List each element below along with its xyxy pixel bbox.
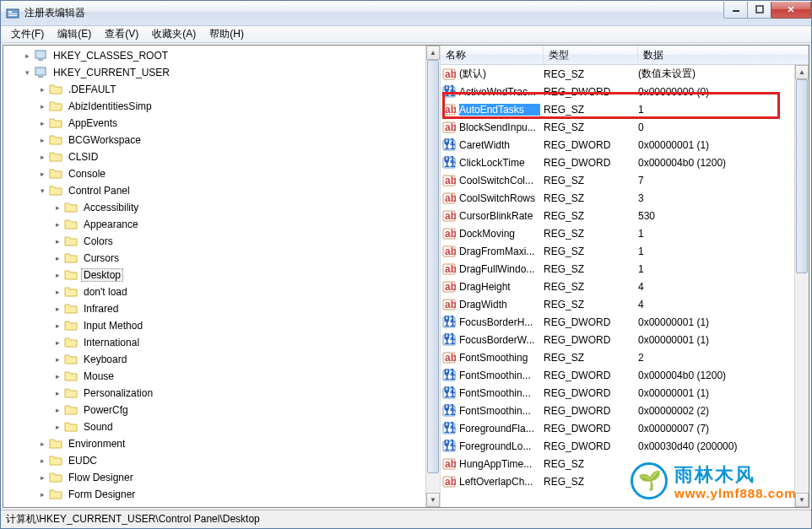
menu-favorites[interactable]: 收藏夹(A): [145, 25, 203, 43]
tree-item[interactable]: ▸International: [5, 334, 440, 351]
expand-toggle-icon[interactable]: ▸: [51, 218, 64, 231]
menu-view[interactable]: 查看(V): [98, 25, 145, 43]
registry-value-row[interactable]: 011110ClickLockTimeREG_DWORD0x000004b0 (…: [441, 154, 809, 171]
expand-toggle-icon[interactable]: ▾: [35, 184, 49, 197]
tree-item[interactable]: ▸AppEvents: [5, 115, 440, 132]
registry-value-row[interactable]: abBlockSendInpu...REG_SZ0: [441, 118, 809, 136]
tree-item[interactable]: ▸Keyboard: [5, 351, 440, 368]
col-data[interactable]: 数据: [638, 46, 809, 64]
tree-item[interactable]: ▸Accessibility: [5, 199, 440, 216]
svg-rect-7: [38, 59, 43, 61]
expand-toggle-icon[interactable]: ▸: [51, 201, 64, 214]
tree-item[interactable]: ▸Flow Designer: [5, 469, 440, 486]
expand-toggle-icon[interactable]: ▸: [51, 420, 64, 434]
list-body[interactable]: ab(默认)REG_SZ(数值未设置)011110ActiveWndTrac..…: [441, 65, 809, 507]
menu-edit[interactable]: 编辑(E): [51, 25, 98, 43]
registry-value-row[interactable]: 011110ForegroundFla...REG_DWORD0x0000000…: [441, 419, 809, 437]
tree-pane[interactable]: ▸HKEY_CLASSES_ROOT▾HKEY_CURRENT_USER▸.DE…: [3, 46, 441, 507]
registry-value-row[interactable]: 011110FocusBorderH...REG_DWORD0x00000001…: [441, 313, 809, 331]
tree-item[interactable]: ▸Colors: [5, 233, 440, 250]
registry-value-row[interactable]: abDragFullWindo...REG_SZ1: [441, 260, 809, 278]
tree-item[interactable]: ▸EUDC: [5, 452, 440, 469]
tree-item[interactable]: ▸Form Designer: [5, 486, 440, 503]
expand-toggle-icon[interactable]: ▸: [35, 100, 49, 113]
registry-value-row[interactable]: abCoolSwitchCol...REG_SZ7: [441, 171, 809, 189]
expand-toggle-icon[interactable]: ▾: [20, 66, 34, 79]
expand-toggle-icon[interactable]: ▸: [51, 235, 64, 248]
menu-file[interactable]: 文件(F): [4, 25, 51, 43]
col-type[interactable]: 类型: [544, 46, 638, 64]
expand-toggle-icon[interactable]: ▸: [35, 471, 49, 484]
tree-item[interactable]: ▸Appearance: [5, 216, 440, 233]
expand-toggle-icon[interactable]: ▸: [51, 353, 64, 366]
titlebar[interactable]: 注册表编辑器: [1, 1, 811, 26]
tree-item[interactable]: ▸Personalization: [5, 385, 440, 402]
registry-value-row[interactable]: abFontSmoothingREG_SZ2: [441, 348, 809, 366]
tree-item[interactable]: ▸AbizIdentitiesSimp: [5, 98, 440, 115]
registry-value-row[interactable]: abCursorBlinkRateREG_SZ530: [441, 207, 809, 224]
app-icon: [6, 7, 19, 20]
expand-toggle-icon[interactable]: ▸: [35, 83, 49, 96]
tree-item[interactable]: ▸HKEY_CLASSES_ROOT: [5, 47, 440, 64]
expand-toggle-icon[interactable]: ▸: [51, 251, 64, 265]
registry-value-row[interactable]: abAutoEndTasksREG_SZ1: [441, 100, 809, 118]
registry-value-row[interactable]: ab(默认)REG_SZ(数值未设置): [441, 65, 809, 83]
tree-item[interactable]: ▸Infrared: [5, 300, 440, 317]
registry-value-row[interactable]: 011110FontSmoothin...REG_DWORD0x00000001…: [441, 384, 809, 402]
expand-toggle-icon[interactable]: ▸: [51, 285, 64, 299]
expand-toggle-icon[interactable]: ▸: [51, 370, 64, 383]
expand-toggle-icon[interactable]: ▸: [51, 403, 64, 417]
expand-toggle-icon[interactable]: ▸: [35, 116, 49, 130]
tree-item[interactable]: ▸Desktop: [5, 267, 440, 283]
tree-item[interactable]: ▾HKEY_CURRENT_USER: [5, 64, 440, 81]
close-button[interactable]: [771, 2, 811, 19]
tree-item[interactable]: ▸Cursors: [5, 250, 440, 267]
tree-item[interactable]: ▸BCGWorkspace: [5, 132, 440, 148]
tree-label: HKEY_CURRENT_USER: [51, 66, 172, 79]
expand-toggle-icon[interactable]: ▸: [51, 336, 64, 349]
registry-value-row[interactable]: 011110FontSmoothin...REG_DWORD0x00000002…: [441, 402, 809, 419]
menu-help[interactable]: 帮助(H): [203, 25, 251, 43]
expand-toggle-icon[interactable]: ▸: [51, 319, 64, 332]
tree-item[interactable]: ▾Control Panel: [5, 182, 440, 199]
tree-scrollbar[interactable]: ▲ ▼: [425, 46, 440, 507]
registry-value-row[interactable]: 011110FontSmoothin...REG_DWORD0x000004b0…: [441, 366, 809, 384]
registry-value-row[interactable]: abDragWidthREG_SZ4: [441, 295, 809, 313]
expand-toggle-icon[interactable]: ▸: [51, 268, 64, 282]
tree-item[interactable]: ▸Console: [5, 165, 440, 182]
expand-toggle-icon[interactable]: ▸: [35, 488, 49, 501]
registry-value-row[interactable]: 011110ActiveWndTrac...REG_DWORD0x0000000…: [441, 83, 809, 100]
tree-item[interactable]: ▸Sound: [5, 418, 440, 435]
expand-toggle-icon[interactable]: ▸: [20, 49, 34, 62]
expand-toggle-icon[interactable]: ▸: [35, 150, 49, 164]
folder-icon: [49, 471, 62, 484]
registry-value-row[interactable]: abCoolSwitchRowsREG_SZ3: [441, 189, 809, 207]
computer-icon: [34, 49, 47, 62]
tree-item[interactable]: ▸PowerCfg: [5, 402, 440, 418]
registry-value-row[interactable]: abDockMovingREG_SZ1: [441, 224, 809, 242]
registry-value-row[interactable]: 011110FocusBorderW...REG_DWORD0x00000001…: [441, 331, 809, 348]
tree-item[interactable]: ▸.DEFAULT: [5, 81, 440, 98]
minimize-button[interactable]: [723, 2, 748, 19]
registry-value-row[interactable]: abLeftOverlapCh...REG_SZ: [441, 472, 809, 490]
registry-value-row[interactable]: 011110CaretWidthREG_DWORD0x00000001 (1): [441, 136, 809, 154]
list-scrollbar[interactable]: ▲ ▼: [794, 65, 809, 507]
tree-item[interactable]: ▸Mouse: [5, 368, 440, 385]
maximize-button[interactable]: [747, 2, 771, 19]
tree-item[interactable]: ▸CLSID: [5, 148, 440, 165]
registry-value-row[interactable]: abHungAppTime...REG_SZ: [441, 455, 809, 472]
tree-item[interactable]: ▸Environment: [5, 435, 440, 452]
expand-toggle-icon[interactable]: ▸: [35, 454, 49, 467]
registry-value-row[interactable]: abDragFromMaxi...REG_SZ1: [441, 242, 809, 260]
col-name[interactable]: 名称: [441, 46, 544, 64]
expand-toggle-icon[interactable]: ▸: [51, 386, 64, 400]
value-data: 0x00000007 (7): [635, 423, 809, 435]
expand-toggle-icon[interactable]: ▸: [51, 302, 64, 316]
expand-toggle-icon[interactable]: ▸: [35, 133, 49, 147]
tree-item[interactable]: ▸don't load: [5, 283, 440, 300]
registry-value-row[interactable]: abDragHeightREG_SZ4: [441, 278, 809, 295]
tree-item[interactable]: ▸Input Method: [5, 317, 440, 334]
expand-toggle-icon[interactable]: ▸: [35, 437, 49, 451]
expand-toggle-icon[interactable]: ▸: [35, 167, 49, 181]
registry-value-row[interactable]: 011110ForegroundLo...REG_DWORD0x00030d40…: [441, 437, 809, 455]
